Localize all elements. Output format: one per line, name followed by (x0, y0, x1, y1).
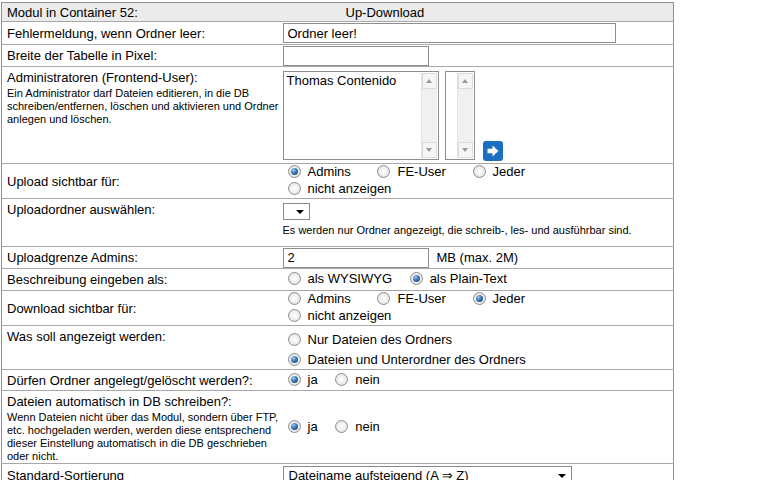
folder-permission-label: Dürfen Ordner angelegt/gelöscht werden?: (7, 373, 253, 388)
auto-db-write-description: Wenn Dateien nicht über das Modul, sonde… (7, 411, 282, 463)
radio-upload-hidden[interactable] (288, 182, 301, 195)
upload-visibility-label: Upload sichtbar für: (7, 174, 120, 189)
default-sort-select[interactable]: Dateiname aufsteigend (A ⇒ Z) (283, 466, 572, 480)
scroll-down-icon[interactable] (458, 142, 473, 158)
move-right-arrow-button[interactable] (483, 141, 503, 161)
description-mode-label: Beschreibung eingeben als: (7, 272, 167, 287)
row-upload-limit: Uploadgrenze Admins: MB (max. 2M) (2, 247, 674, 269)
row-description-mode: Beschreibung eingeben als: als WYSIWYG a… (2, 269, 674, 291)
header-row: Modul in Container 52: Up-Download (2, 3, 674, 22)
display-mode-label: Was soll angezeigt werden: (7, 329, 166, 344)
radio-label[interactable]: nicht anzeigen (308, 181, 392, 196)
radio-folder-ja[interactable] (288, 373, 301, 386)
administrators-label: Administratoren (Frontend-User): (7, 70, 282, 85)
radio-download-jeder[interactable] (473, 292, 486, 305)
radio-files-and-subfolders[interactable] (288, 353, 301, 366)
radio-upload-admins[interactable] (288, 165, 301, 178)
radio-files-only[interactable] (288, 333, 301, 346)
row-table-width: Breite der Tabelle in Pixel: (2, 45, 674, 67)
radio-wysiwyg[interactable] (288, 272, 301, 285)
row-error-message: Fehlermeldung, wenn Ordner leer: (2, 22, 674, 45)
radio-label[interactable]: nicht anzeigen (308, 308, 392, 323)
row-upload-visibility: Upload sichtbar für: Admins FE-User Jede… (2, 164, 674, 199)
scroll-down-icon[interactable] (422, 142, 437, 158)
upload-limit-suffix: MB (max. 2M) (437, 250, 519, 265)
scroll-up-icon[interactable] (458, 73, 473, 89)
administrators-description: Ein Administrator darf Dateien editieren… (7, 87, 282, 126)
radio-label[interactable]: FE-User (397, 291, 445, 306)
selected-admins-listbox[interactable]: Thomas Contenido (283, 71, 439, 160)
upload-folder-hint: Es werden nur Ordner angezeigt, die schr… (283, 224, 671, 237)
radio-label[interactable]: ja (308, 419, 318, 434)
row-folder-permission: Dürfen Ordner angelegt/gelöscht werden?:… (2, 370, 674, 391)
radio-folder-nein[interactable] (335, 373, 348, 386)
radio-autodb-ja[interactable] (288, 420, 301, 433)
upload-limit-input[interactable] (283, 248, 429, 268)
module-type-title: Up-Download (346, 5, 425, 20)
scroll-up-icon[interactable] (422, 73, 437, 89)
radio-label[interactable]: nein (355, 419, 380, 434)
row-administrators: Administratoren (Frontend-User): Ein Adm… (2, 67, 674, 164)
chevron-down-icon (296, 210, 304, 214)
radio-label[interactable]: Jeder (493, 164, 526, 179)
radio-upload-fe-user[interactable] (377, 165, 390, 178)
radio-label[interactable]: Admins (308, 164, 351, 179)
radio-label[interactable]: Dateien und Unterordner des Ordners (308, 352, 526, 367)
radio-label[interactable]: FE-User (397, 164, 445, 179)
default-sort-label: Standard-Sortierung (7, 468, 124, 480)
upload-folder-label: Uploadordner auswählen: (7, 202, 155, 217)
radio-label[interactable]: ja (308, 372, 318, 387)
radio-label[interactable]: Admins (308, 291, 351, 306)
table-width-input[interactable] (283, 46, 429, 66)
row-default-sort: Standard-Sortierung Dateiname aufsteigen… (2, 464, 674, 480)
row-download-visibility: Download sichtbar für: Admins FE-User Je… (2, 291, 674, 326)
radio-download-fe-user[interactable] (377, 292, 390, 305)
auto-db-write-label: Dateien automatisch in DB schreiben?: (7, 394, 282, 409)
module-container-label: Modul in Container 52: (7, 5, 138, 20)
arrow-right-icon (483, 141, 503, 161)
error-message-input[interactable] (283, 23, 616, 43)
upload-folder-select[interactable] (283, 203, 310, 220)
radio-label[interactable]: Nur Dateien des Ordners (308, 332, 453, 347)
scrollbar[interactable] (421, 73, 437, 158)
radio-label[interactable]: Jeder (493, 291, 526, 306)
radio-plain-text[interactable] (410, 272, 423, 285)
radio-label[interactable]: als Plain-Text (430, 271, 507, 286)
row-auto-db-write: Dateien automatisch in DB schreiben?: We… (2, 391, 674, 464)
table-width-label: Breite der Tabelle in Pixel: (7, 48, 157, 63)
scrollbar[interactable] (457, 73, 473, 158)
radio-download-admins[interactable] (288, 292, 301, 305)
chevron-down-icon (558, 474, 566, 478)
available-admins-listbox[interactable] (445, 71, 475, 160)
error-message-label: Fehlermeldung, wenn Ordner leer: (7, 26, 205, 41)
row-upload-folder: Uploadordner auswählen: Es werden nur Or… (2, 199, 674, 247)
radio-label[interactable]: nein (355, 372, 380, 387)
upload-limit-label: Uploadgrenze Admins: (7, 250, 138, 265)
list-item[interactable]: Thomas Contenido (284, 72, 438, 89)
radio-label[interactable]: als WYSIWYG (308, 271, 393, 286)
radio-autodb-nein[interactable] (335, 420, 348, 433)
download-visibility-label: Download sichtbar für: (7, 301, 136, 316)
radio-upload-jeder[interactable] (473, 165, 486, 178)
radio-download-hidden[interactable] (288, 309, 301, 322)
row-display-mode: Was soll angezeigt werden: Nur Dateien d… (2, 326, 674, 370)
module-config-table: Modul in Container 52: Up-Download Fehle… (1, 2, 674, 480)
default-sort-value: Dateiname aufsteigend (A ⇒ Z) (284, 468, 487, 480)
administrators-picker: Thomas Contenido (283, 70, 674, 163)
